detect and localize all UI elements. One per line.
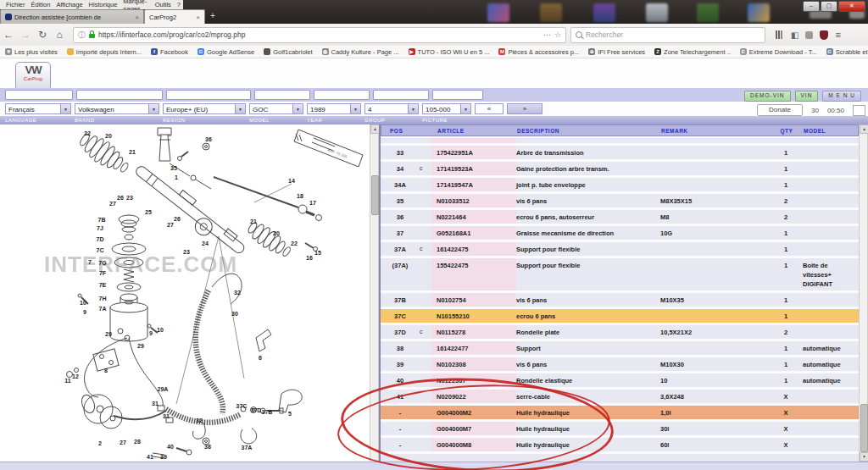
back-icon[interactable]: ← [0,29,17,41]
close-button[interactable]: ✕ [838,1,865,12]
cell-article[interactable]: N01033512 [431,194,516,207]
vw-carprog-logo[interactable]: VW CarProg [15,62,51,91]
url-text[interactable]: https://ifinterface.com/prog/car/co2/mpr… [98,30,540,39]
tab-carprog2[interactable]: CarProg2 × [144,9,205,24]
table-row[interactable]: 36 N0221464 ecrou 6 pans, autoserreur M8… [381,210,859,224]
table-row[interactable]: 37B N0102754 vis 6 pans M10X35 1 [381,293,859,307]
filter-text-input[interactable] [373,90,429,100]
menu-item[interactable]: Affichage [53,1,85,8]
chevron-down-icon[interactable]: ▼ [235,104,245,113]
search-bar[interactable]: Rechercher [570,27,765,43]
cell-article[interactable]: 175422951A [431,146,516,159]
maximize-button[interactable]: ▢ [821,1,837,12]
cell-article[interactable]: N0122307 [431,373,516,387]
chevron-down-icon[interactable]: ▼ [148,104,159,113]
cell-article[interactable]: G004000M7 [431,422,516,435]
table-row[interactable]: (37A) 155422475 Support pour flexible 1 … [381,258,859,290]
site-info-icon[interactable]: ⓘ [78,30,86,41]
filter-text-input[interactable] [166,90,251,100]
filter-text-input[interactable] [76,90,163,100]
tab-close-icon[interactable]: × [135,14,139,21]
bookmark-item[interactable]: ✳ Les plus visités [5,48,58,56]
filter-dropdown[interactable]: Volkswagen ▼ [75,103,159,114]
menu-item[interactable]: Historique [86,1,120,8]
bookmark-item[interactable]: f Facebook [151,48,188,56]
filter-text-input[interactable] [5,90,73,100]
tab-direction-assistee[interactable]: Direction assistée [combien de × [0,9,144,24]
cell-article[interactable]: G004000M8 [431,438,516,451]
bookmark-item[interactable]: ⊕ IFI Free services [588,48,645,56]
table-row[interactable]: 37D c N0115278 Rondelle plate 10,5X21X2 … [381,325,859,339]
table-row[interactable]: - G004000M7 Huile hydraulique 30l X [381,422,859,435]
cell-article[interactable]: N0221464 [431,210,516,224]
bookmark-item[interactable]: Z Zone Telechargement .. [654,48,731,56]
previous-picture-button[interactable]: « [475,103,504,114]
demo-vin-button[interactable]: DEMO-VIN [744,91,791,102]
forward-icon[interactable]: → [17,29,34,41]
menu-button[interactable]: M E N U [822,91,861,102]
session-checkbox[interactable] [853,105,865,116]
chevron-down-icon[interactable]: ▼ [408,104,418,113]
table-row[interactable]: 41 N0209022 serre-cable 3,6X248 X [381,390,859,403]
donate-button[interactable]: Donate [757,104,803,116]
table-row[interactable]: 37A c 161422475 Support pour flexible 1 [381,242,859,256]
page-actions-icon[interactable]: ⋯ [543,30,551,39]
cell-article[interactable]: 161422477 [431,341,516,355]
cell-article[interactable]: 171419523A [431,162,516,175]
filter-dropdown[interactable]: Français ▼ [5,103,71,114]
bookmark-item[interactable]: ▶ TUTO - ISO Wii U en 5 ... [409,48,490,56]
scroll-down-icon[interactable]: ▼ [860,452,868,462]
diagram-scrollbar[interactable]: ▲ [370,124,379,462]
menu-item[interactable]: Fichier [3,1,28,8]
shield-extension-icon[interactable] [820,30,828,40]
table-row[interactable]: 33 175422951A Arbre de transmission 1 [381,146,859,159]
filter-dropdown[interactable]: GOC ▼ [249,103,303,114]
minimize-button[interactable]: – [803,1,820,12]
table-row[interactable]: 35 N01033512 vis 6 pans M8X35X15 2 [381,194,859,207]
next-picture-button[interactable]: » [507,103,542,114]
home-icon[interactable]: ⌂ [51,29,68,41]
table-row[interactable]: 34A 171419547A joint p. tube enveloppe 1 [381,178,859,191]
extension-icon[interactable] [805,31,813,39]
bookmark-item[interactable]: Golf1cabriolet [264,48,312,56]
chevron-down-icon[interactable]: ▼ [350,104,360,113]
table-row[interactable]: 40 N0122307 Rondelle elastique 10 1 auto… [381,373,859,387]
chevron-down-icon[interactable]: ▼ [460,104,470,113]
url-bar[interactable]: ⓘ https://ifinterface.com/prog/car/co2/m… [73,27,566,43]
filter-text-input[interactable] [254,90,310,100]
bookmark-item[interactable]: G Scrabble et Wordox : l... [826,48,868,56]
bookmark-item[interactable]: ◍ Caddy Kulture - Page ... [322,48,399,56]
cell-article[interactable]: 161422475 [431,242,516,256]
cell-article[interactable]: G004000M2 [431,406,516,419]
cell-article[interactable]: 155422475 [431,258,516,290]
bookmark-item[interactable]: E Extreme Download - T... [740,48,817,56]
menu-item[interactable]: Édition [29,1,53,8]
chevron-down-icon[interactable]: ▼ [60,104,70,113]
scrollbar-thumb[interactable] [860,404,868,452]
filter-dropdown[interactable]: 4 ▼ [364,103,419,114]
sidebar-icon[interactable]: ◧ [791,30,798,40]
table-row[interactable]: - G004000M2 Huile hydraulique 1,0l X [381,406,859,419]
cell-article[interactable]: N0102308 [431,357,516,371]
vin-button[interactable]: VIN [795,91,819,102]
table-row[interactable]: 39 N0102308 vis 6 pans M10X30 1 automati… [381,357,859,371]
table-row[interactable]: 34 c 171419523A Gaine protection arbre t… [381,162,859,175]
cell-article[interactable]: N0102754 [431,293,516,307]
library-icon[interactable] [776,30,784,39]
hamburger-menu-icon[interactable]: ≡ [835,30,840,40]
tab-close-icon[interactable]: × [196,14,200,21]
table-row[interactable]: 37C N10155210 ecrou 6 pans 1 [381,309,859,323]
filter-text-input[interactable] [314,90,370,100]
scrollbar-thumb[interactable] [371,175,379,215]
filter-dropdown[interactable]: Europe+ (EU) ▼ [163,103,246,114]
cell-article[interactable]: N0115278 [431,325,516,339]
cell-article[interactable]: N10155210 [431,309,516,323]
bookmark-item[interactable]: Importé depuis Intern... [67,48,142,56]
bookmark-item[interactable]: G Google AdSense [198,48,254,56]
bookmark-star-icon[interactable]: ☆ [554,30,561,39]
menu-item[interactable]: Outils [153,1,174,8]
parts-diagram-pane[interactable]: AGF 75-105 INTERFACE.COM 22 20 21 36 35 … [0,124,370,462]
cell-article[interactable]: N0209022 [431,390,516,403]
filter-dropdown[interactable]: 105-000 ▼ [422,103,471,114]
reload-icon[interactable]: ↻ [34,29,51,41]
